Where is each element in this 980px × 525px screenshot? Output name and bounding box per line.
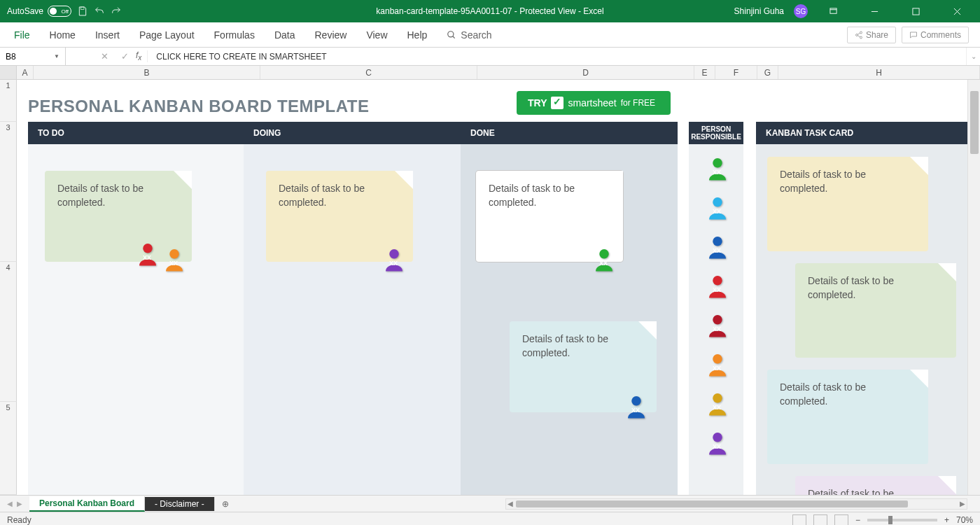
col-C[interactable]: C (260, 66, 477, 79)
col-H[interactable]: H (778, 66, 980, 79)
cancel-icon[interactable]: ✕ (101, 51, 108, 62)
svg-point-11 (713, 237, 722, 246)
tab-home[interactable]: Home (40, 24, 85, 46)
row-3[interactable]: 3 (0, 122, 17, 262)
select-all-corner[interactable] (0, 66, 17, 79)
person-icon[interactable]: XX (706, 392, 728, 412)
row-headers: 1 3 4 5 (0, 80, 17, 495)
person-icon[interactable]: XX (706, 274, 728, 294)
person-icon[interactable]: XX (706, 157, 728, 176)
undo-icon[interactable] (94, 6, 105, 17)
share-icon (855, 31, 863, 39)
page-layout-view-icon[interactable] (813, 514, 827, 526)
tab-view[interactable]: View (356, 24, 397, 46)
tab-data[interactable]: Data (265, 24, 305, 46)
fx-icon[interactable]: fx (136, 50, 148, 62)
sheet-tab[interactable]: - Disclaimer - (145, 497, 215, 511)
window-title: kanban-card-template-95AA0011-07 - Prote… (376, 6, 603, 16)
person-icon[interactable]: XX (706, 235, 728, 255)
tab-file[interactable]: File (4, 24, 40, 46)
col-B[interactable]: B (34, 66, 260, 79)
sheet-tab[interactable]: Personal Kanban Board (29, 496, 145, 512)
save-icon[interactable] (77, 6, 88, 17)
person-icon[interactable]: XX (624, 395, 647, 414)
tab-insert[interactable]: Insert (85, 24, 130, 46)
row-4[interactable]: 4 (0, 262, 17, 402)
expand-formula-icon[interactable]: ⌄ (966, 48, 980, 65)
legend-card[interactable]: Details of task to be completed. (767, 370, 928, 464)
formula-bar: B8▼ ✕ ✓ fx CLICK HERE TO CREATE IN SMART… (0, 48, 980, 66)
maximize-icon[interactable] (900, 0, 932, 22)
page-break-view-icon[interactable] (834, 514, 848, 526)
worksheet[interactable]: PERSONAL KANBAN BOARD TEMPLATE TRY smart… (17, 80, 967, 495)
zoom-in-button[interactable]: + (944, 515, 949, 525)
formula-input[interactable]: CLICK HERE TO CREATE IN SMARTSHEET (148, 52, 966, 62)
col-A[interactable]: A (17, 66, 34, 79)
vertical-scrollbar[interactable] (967, 80, 980, 495)
svg-point-10 (713, 197, 722, 207)
column-headers: A B C D E F G H (0, 66, 980, 80)
avatar[interactable]: SG (794, 4, 808, 18)
search-icon (447, 30, 456, 40)
normal-view-icon[interactable] (792, 514, 806, 526)
share-button[interactable]: Share (847, 27, 896, 43)
legend-card[interactable]: Details of task to be completed. (767, 157, 928, 251)
smartsheet-cta[interactable]: TRY smartsheet for FREE (517, 91, 671, 115)
scroll-thumb[interactable] (970, 91, 979, 154)
task-card-header: KANBAN TASK CARD (756, 122, 967, 144)
zoom-out-button[interactable]: − (855, 515, 860, 525)
row-1[interactable]: 1 (0, 80, 17, 122)
sheet-tabs: ◀▶ Personal Kanban Board - Disclaimer - … (0, 495, 980, 512)
col-F[interactable]: F (715, 66, 757, 79)
enter-icon[interactable]: ✓ (121, 51, 129, 62)
person-icon[interactable]: XX (382, 248, 405, 267)
chevron-down-icon[interactable]: ▼ (54, 53, 59, 59)
status-ready: Ready (7, 515, 31, 525)
minimize-icon[interactable] (859, 0, 890, 22)
kanban-col-done-header: DONE (461, 122, 678, 144)
svg-point-12 (713, 276, 722, 286)
autosave-toggle[interactable]: AutoSave Off (7, 6, 71, 17)
tab-page-layout[interactable]: Page Layout (130, 24, 204, 46)
title-bar: AutoSave Off kanban-card-template-95AA00… (0, 0, 980, 22)
comments-button[interactable]: Comments (902, 27, 969, 43)
person-icon[interactable]: XX (706, 353, 728, 372)
legend-card[interactable]: Details of task to be completed. (795, 476, 956, 495)
zoom-slider[interactable] (867, 519, 937, 522)
page-title: PERSONAL KANBAN BOARD TEMPLATE (28, 97, 369, 116)
kanban-col-todo-header: TO DO (28, 122, 244, 144)
person-icon[interactable]: XX (162, 248, 185, 267)
svg-point-7 (599, 249, 609, 259)
tab-help[interactable]: Help (398, 24, 438, 46)
tab-formulas[interactable]: Formulas (204, 24, 265, 46)
zoom-level[interactable]: 70% (956, 515, 973, 525)
close-icon[interactable] (941, 0, 973, 22)
ribbon-options-icon[interactable] (818, 0, 849, 22)
person-icon[interactable]: XX (706, 431, 728, 451)
redo-icon[interactable] (111, 6, 122, 17)
person-icon[interactable]: XX (706, 314, 728, 333)
col-E[interactable]: E (694, 66, 715, 79)
svg-point-13 (713, 315, 722, 325)
col-G[interactable]: G (757, 66, 778, 79)
legend-card[interactable]: Details of task to be completed. (795, 263, 956, 358)
horizontal-scrollbar[interactable] (505, 498, 967, 510)
svg-rect-2 (913, 8, 919, 14)
person-icon[interactable]: XX (136, 242, 158, 262)
comment-icon (909, 31, 918, 39)
svg-point-16 (713, 433, 722, 442)
name-box[interactable]: B8▼ (0, 48, 66, 65)
tab-review[interactable]: Review (305, 24, 357, 46)
ribbon: File Home Insert Page Layout Formulas Da… (0, 22, 980, 48)
add-sheet-button[interactable]: ⊕ (215, 499, 236, 509)
tab-nav[interactable]: ◀▶ (0, 500, 29, 507)
svg-point-4 (143, 244, 153, 253)
svg-point-6 (389, 249, 399, 259)
scroll-thumb[interactable] (516, 500, 908, 507)
col-D[interactable]: D (477, 66, 694, 79)
svg-point-8 (631, 396, 641, 406)
person-icon[interactable]: XX (706, 196, 728, 216)
search-box[interactable]: Search (437, 29, 501, 41)
person-icon[interactable]: XX (592, 248, 615, 267)
row-5[interactable]: 5 (0, 402, 17, 495)
